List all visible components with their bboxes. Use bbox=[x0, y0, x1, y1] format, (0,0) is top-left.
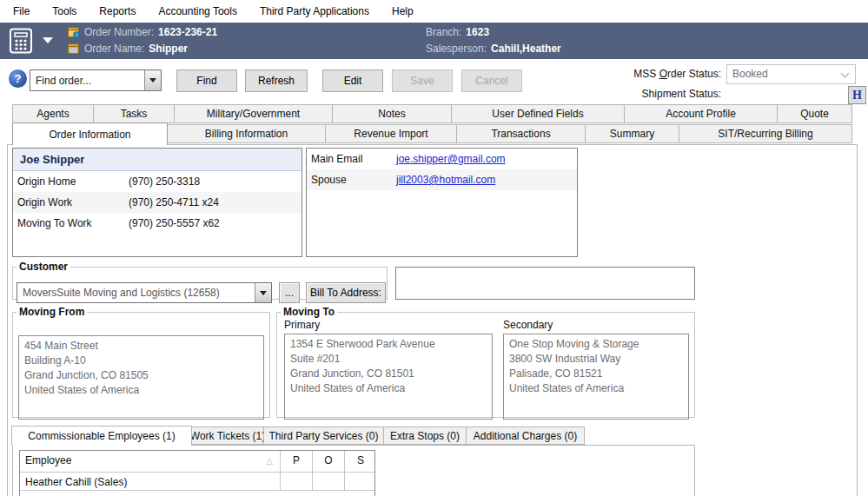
branch-row: Branch: 1623 bbox=[426, 26, 489, 38]
menu-file[interactable]: File bbox=[2, 0, 41, 23]
o-cell bbox=[312, 473, 344, 490]
email-row: Spouse jill2003@hotmail.com bbox=[307, 169, 577, 190]
mss-order-status-label: MSS Order Status: bbox=[600, 68, 721, 80]
email-link[interactable]: jill2003@hotmail.com bbox=[396, 174, 495, 186]
tab-billing-information[interactable]: Billing Information bbox=[167, 124, 326, 143]
tab-revenue-import[interactable]: Revenue Import bbox=[325, 124, 457, 143]
menu-accounting-tools[interactable]: Accounting Tools bbox=[147, 0, 248, 23]
customer-legend: Customer bbox=[17, 261, 70, 273]
find-button[interactable]: Find bbox=[176, 69, 237, 92]
bill-to-address-box bbox=[395, 267, 695, 300]
order-name-row: Order Name: Shipper bbox=[68, 43, 188, 55]
mss-order-status-value: Booked bbox=[732, 68, 768, 80]
phone-row: Origin Work (970) 250-4711 x24 bbox=[13, 192, 301, 213]
phone-value: (970) 250-4711 x24 bbox=[129, 196, 219, 208]
table-row[interactable]: Heather Cahill (Sales) bbox=[20, 473, 374, 491]
tab-third-party-services[interactable]: Third Party Services (0) bbox=[263, 427, 384, 445]
table-header-row: Employee △ P O S bbox=[20, 451, 374, 473]
p-cell bbox=[280, 473, 312, 490]
save-button[interactable]: Save bbox=[392, 69, 453, 92]
tab-extra-stops[interactable]: Extra Stops (0) bbox=[383, 427, 467, 445]
calculator-icon[interactable] bbox=[7, 27, 35, 55]
order-name-icon bbox=[68, 43, 80, 55]
order-number-value: 1623-236-21 bbox=[158, 26, 217, 38]
customer-select[interactable]: MoversSuite Moving and Logistics (12658) bbox=[17, 282, 272, 303]
tab-account-profile[interactable]: Account Profile bbox=[624, 104, 778, 123]
find-order-combobox[interactable] bbox=[30, 69, 162, 91]
tab-agents[interactable]: Agents bbox=[12, 104, 94, 123]
find-order-dropdown-button[interactable] bbox=[144, 70, 161, 90]
bill-to-address-button[interactable]: Bill To Address: bbox=[306, 282, 386, 303]
tab-row-upper: Agents Tasks Military/Government Notes U… bbox=[12, 104, 852, 123]
phone-label: Origin Work bbox=[13, 196, 129, 208]
tab-user-defined-fields[interactable]: User Defined Fields bbox=[451, 104, 625, 123]
find-order-input[interactable] bbox=[30, 70, 144, 90]
order-name-value: Shipper bbox=[149, 43, 188, 55]
phone-label: Moving To Work bbox=[13, 217, 129, 229]
edit-button[interactable]: Edit bbox=[322, 69, 383, 92]
menu-help[interactable]: Help bbox=[381, 0, 425, 23]
customer-dropdown-button[interactable] bbox=[255, 283, 271, 302]
tab-summary[interactable]: Summary bbox=[585, 124, 679, 143]
secondary-label: Secondary bbox=[503, 319, 553, 331]
tab-sit-recurring-billing[interactable]: SIT/Recurring Billing bbox=[679, 124, 852, 143]
moving-from-legend: Moving From bbox=[17, 306, 87, 318]
moving-to-primary-address: 1354 E Sherwood Park Avenue Suite #201 G… bbox=[284, 334, 493, 420]
column-header-employee[interactable]: Employee △ bbox=[20, 451, 280, 472]
menu-tools[interactable]: Tools bbox=[41, 0, 88, 23]
salesperson-row: Salesperson: Cahill,Heather bbox=[426, 43, 561, 55]
chevron-down-icon[interactable] bbox=[43, 37, 53, 43]
tab-additional-charges[interactable]: Additional Charges (0) bbox=[466, 427, 585, 445]
order-number-icon bbox=[68, 26, 80, 38]
email-link[interactable]: joe.shipper@gmail.com bbox=[396, 153, 506, 165]
moving-to-secondary-address: One Stop Moving & Storage 3800 SW Indust… bbox=[503, 334, 689, 420]
shipment-status-label: Shipment Status: bbox=[600, 88, 721, 100]
tab-work-tickets[interactable]: Work Tickets (1) bbox=[191, 427, 264, 445]
salesperson-label: Salesperson: bbox=[426, 43, 487, 55]
phone-label: Origin Home bbox=[13, 175, 129, 188]
tab-order-information[interactable]: Order Information bbox=[12, 122, 168, 145]
salesperson-value: Cahill,Heather bbox=[491, 43, 561, 55]
dropdown-caret-icon bbox=[260, 291, 267, 295]
email-panel: Main Email joe.shipper@gmail.com Spouse … bbox=[306, 148, 578, 257]
customer-more-button[interactable]: ... bbox=[279, 282, 300, 303]
bottom-tab-row: Commissionable Employees (1) Work Ticket… bbox=[12, 426, 585, 446]
column-header-o[interactable]: O bbox=[312, 451, 344, 472]
tab-commissionable-employees[interactable]: Commissionable Employees (1) bbox=[11, 426, 192, 446]
tab-military-government[interactable]: Military/Government bbox=[174, 104, 333, 123]
cancel-button[interactable]: Cancel bbox=[461, 69, 522, 92]
s-cell bbox=[344, 473, 376, 490]
mss-order-status-select[interactable]: Booked bbox=[726, 64, 856, 84]
column-header-s[interactable]: S bbox=[344, 451, 376, 472]
commissionable-employees-table: Employee △ P O S Heather Cahill (Sales) bbox=[19, 450, 375, 496]
address-line: Grand Junction, CO 81505 bbox=[24, 368, 258, 383]
order-header-bar: Order Number: 1623-236-21 Order Name: Sh… bbox=[0, 23, 868, 59]
history-button[interactable]: H bbox=[848, 86, 866, 104]
menu-third-party-applications[interactable]: Third Party Applications bbox=[248, 0, 381, 23]
address-line: Building A-10 bbox=[24, 354, 258, 368]
address-line: United States of America bbox=[290, 381, 487, 396]
moving-from-groupbox: Moving From 454 Main Street Building A-1… bbox=[12, 306, 270, 418]
menu-reports[interactable]: Reports bbox=[88, 0, 147, 23]
address-line: 1354 E Sherwood Park Avenue bbox=[290, 337, 487, 352]
address-line: One Stop Moving & Storage bbox=[509, 337, 683, 352]
refresh-button[interactable]: Refresh bbox=[245, 69, 308, 92]
address-line: Palisade, CO 81521 bbox=[509, 367, 683, 381]
help-icon[interactable]: ? bbox=[9, 69, 27, 88]
phone-row: Moving To Work (970) 250-5557 x62 bbox=[13, 213, 301, 234]
column-header-p[interactable]: P bbox=[280, 451, 312, 472]
tab-quote[interactable]: Quote bbox=[777, 104, 852, 123]
tab-tasks[interactable]: Tasks bbox=[93, 104, 175, 123]
menu-bar: File Tools Reports Accounting Tools Thir… bbox=[0, 0, 868, 23]
address-line: United States of America bbox=[24, 383, 258, 398]
phone-value: (970) 250-3318 bbox=[129, 175, 200, 188]
phone-rows: Origin Home (970) 250-3318 Origin Work (… bbox=[13, 171, 301, 234]
tab-notes[interactable]: Notes bbox=[332, 104, 452, 123]
address-line: Grand Junction, CO 81501 bbox=[290, 367, 487, 381]
address-line: Suite #201 bbox=[290, 352, 487, 367]
customer-groupbox: Customer MoversSuite Moving and Logistic… bbox=[12, 261, 388, 300]
tab-transactions[interactable]: Transactions bbox=[456, 124, 586, 143]
moving-from-address: 454 Main Street Building A-10 Grand Junc… bbox=[18, 335, 264, 420]
email-rows: Main Email joe.shipper@gmail.com Spouse … bbox=[307, 149, 577, 190]
primary-label: Primary bbox=[284, 319, 320, 331]
